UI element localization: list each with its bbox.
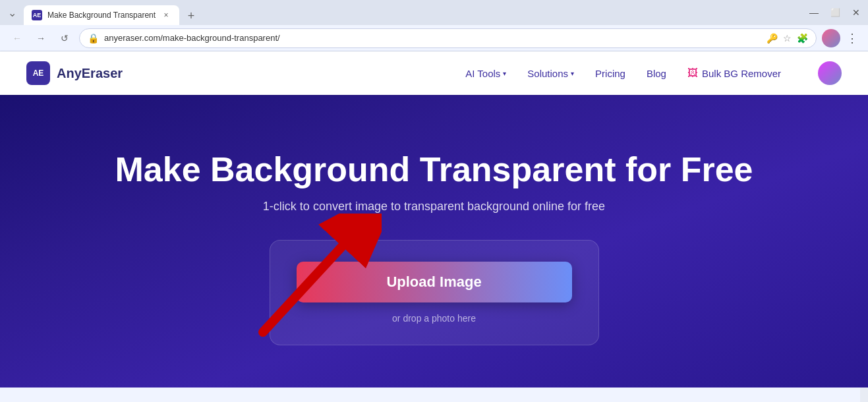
- pricing-label: Pricing: [595, 68, 625, 79]
- tab-title: Make Background Transparent: [47, 11, 156, 20]
- reload-button[interactable]: ↺: [55, 29, 74, 47]
- extension-icon[interactable]: 🧩: [797, 33, 808, 43]
- nav-item-solutions[interactable]: Solutions ▾: [527, 68, 574, 79]
- key-icon: 🔑: [767, 33, 778, 43]
- forward-button[interactable]: →: [32, 29, 50, 47]
- hero-subtitle: 1-click to convert image to transparent …: [263, 200, 605, 214]
- menu-button[interactable]: ⋮: [844, 30, 860, 46]
- address-bar-icons: 🔑 ☆ 🧩: [767, 33, 808, 43]
- page-wrapper: ⌄ AE Make Background Transparent × + — ⬜…: [0, 0, 868, 402]
- user-extension-icon[interactable]: [822, 29, 840, 47]
- navbar-nav: AI Tools ▾ Solutions ▾ Pricing Blog 🖼 Bu…: [465, 61, 842, 85]
- solutions-chevron: ▾: [571, 70, 574, 77]
- back-button[interactable]: ←: [8, 29, 26, 47]
- navbar: AE AnyEraser AI Tools ▾ Solutions ▾ Pric…: [0, 51, 868, 95]
- navbar-logo[interactable]: AE AnyEraser: [26, 61, 123, 85]
- address-bar[interactable]: 🔒 anyeraser.com/make-background-transpar…: [79, 28, 817, 48]
- browser-toolbar: ← → ↺ 🔒 anyeraser.com/make-background-tr…: [0, 25, 868, 51]
- hero-section: Make Background Transparent for Free 1-c…: [0, 95, 868, 388]
- bulk-remover-icon: 🖼: [687, 67, 698, 79]
- brand-name: AnyEraser: [57, 66, 123, 81]
- solutions-label: Solutions: [527, 68, 568, 79]
- arrow-indicator: [250, 214, 382, 348]
- active-browser-tab[interactable]: AE Make Background Transparent ×: [24, 5, 179, 25]
- browser-titlebar: ⌄ AE Make Background Transparent × + — ⬜…: [0, 0, 868, 25]
- toolbar-icons: ⋮: [822, 29, 860, 47]
- minimize-button[interactable]: —: [807, 6, 821, 19]
- browser-chrome: ⌄ AE Make Background Transparent × + — ⬜…: [0, 0, 868, 51]
- close-window-button[interactable]: ✕: [850, 6, 863, 19]
- logo-icon: AE: [26, 61, 50, 85]
- browser-tab-nav: ⌄: [5, 6, 18, 19]
- website: AE AnyEraser AI Tools ▾ Solutions ▾ Pric…: [0, 51, 868, 388]
- tab-favicon: AE: [32, 10, 42, 20]
- user-avatar[interactable]: [818, 61, 842, 85]
- hero-title: Make Background Transparent for Free: [115, 150, 753, 190]
- bulk-remover-label: Bulk BG Remover: [702, 68, 781, 79]
- maximize-button[interactable]: ⬜: [828, 6, 842, 19]
- ai-tools-chevron: ▾: [503, 70, 506, 77]
- blog-label: Blog: [647, 68, 666, 79]
- tab-dropdown-icon[interactable]: ⌄: [5, 6, 18, 19]
- arrow-svg: [250, 214, 382, 345]
- drop-photo-text: or drop a photo here: [392, 313, 476, 324]
- browser-tabs: AE Make Background Transparent × +: [24, 0, 200, 25]
- url-text: anyeraser.com/make-background-transparen…: [104, 33, 761, 43]
- nav-item-blog[interactable]: Blog: [647, 68, 666, 79]
- bulk-bg-remover-button[interactable]: 🖼 Bulk BG Remover: [687, 67, 781, 79]
- ai-tools-label: AI Tools: [465, 68, 500, 79]
- nav-item-ai-tools[interactable]: AI Tools ▾: [465, 68, 506, 79]
- star-icon[interactable]: ☆: [783, 33, 792, 43]
- nav-item-pricing[interactable]: Pricing: [595, 68, 625, 79]
- svg-line-1: [263, 246, 342, 332]
- tab-close-button[interactable]: ×: [161, 10, 171, 20]
- new-tab-button[interactable]: +: [182, 7, 200, 25]
